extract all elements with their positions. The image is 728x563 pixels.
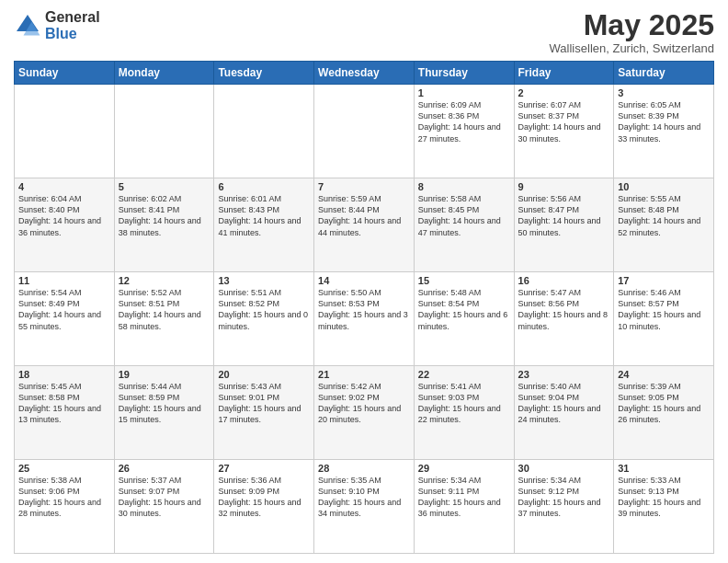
day-info: Sunrise: 5:48 AM Sunset: 8:54 PM Dayligh… [418, 287, 510, 332]
day-number: 7 [318, 181, 410, 192]
calendar-cell: 16Sunrise: 5:47 AM Sunset: 8:56 PM Dayli… [514, 272, 614, 366]
day-info: Sunrise: 6:05 AM Sunset: 8:39 PM Dayligh… [618, 99, 710, 144]
calendar-header: Sunday Monday Tuesday Wednesday Thursday… [15, 62, 714, 85]
day-number: 18 [18, 369, 110, 380]
day-number: 30 [518, 463, 610, 474]
day-number: 1 [418, 87, 510, 98]
logo: General Blue [14, 9, 100, 41]
day-number: 10 [618, 181, 710, 192]
calendar-cell: 8Sunrise: 5:58 AM Sunset: 8:45 PM Daylig… [414, 178, 514, 272]
day-info: Sunrise: 6:01 AM Sunset: 8:43 PM Dayligh… [218, 193, 310, 238]
day-number: 13 [218, 275, 310, 286]
day-info: Sunrise: 5:35 AM Sunset: 9:10 PM Dayligh… [318, 475, 410, 520]
col-tuesday: Tuesday [214, 62, 314, 85]
calendar-week-1: 1Sunrise: 6:09 AM Sunset: 8:36 PM Daylig… [15, 85, 714, 178]
calendar-cell [114, 85, 214, 178]
calendar-cell: 2Sunrise: 6:07 AM Sunset: 8:37 PM Daylig… [514, 85, 614, 178]
day-number: 24 [618, 369, 710, 380]
col-wednesday: Wednesday [314, 62, 415, 85]
day-info: Sunrise: 5:52 AM Sunset: 8:51 PM Dayligh… [119, 287, 210, 332]
day-info: Sunrise: 5:38 AM Sunset: 9:06 PM Dayligh… [18, 475, 110, 520]
day-number: 2 [518, 87, 610, 98]
day-number: 31 [618, 463, 710, 474]
calendar-cell: 12Sunrise: 5:52 AM Sunset: 8:51 PM Dayli… [114, 272, 214, 366]
calendar-cell: 5Sunrise: 6:02 AM Sunset: 8:41 PM Daylig… [114, 178, 214, 272]
day-number: 16 [518, 275, 610, 286]
calendar-week-5: 25Sunrise: 5:38 AM Sunset: 9:06 PM Dayli… [15, 460, 714, 554]
logo-text: General Blue [45, 9, 100, 41]
calendar-cell: 30Sunrise: 5:34 AM Sunset: 9:12 PM Dayli… [514, 460, 614, 554]
day-number: 26 [119, 463, 210, 474]
calendar-cell: 6Sunrise: 6:01 AM Sunset: 8:43 PM Daylig… [214, 178, 314, 272]
day-number: 22 [418, 369, 510, 380]
day-number: 29 [418, 463, 510, 474]
page: General Blue May 2025 Wallisellen, Zuric… [0, 0, 728, 563]
day-info: Sunrise: 5:36 AM Sunset: 9:09 PM Dayligh… [218, 475, 310, 520]
calendar-cell: 26Sunrise: 5:37 AM Sunset: 9:07 PM Dayli… [114, 460, 214, 554]
day-number: 14 [318, 275, 410, 286]
col-thursday: Thursday [414, 62, 514, 85]
day-info: Sunrise: 5:41 AM Sunset: 9:03 PM Dayligh… [418, 381, 510, 426]
day-number: 23 [518, 369, 610, 380]
day-number: 4 [18, 181, 110, 192]
day-info: Sunrise: 5:50 AM Sunset: 8:53 PM Dayligh… [318, 287, 410, 332]
day-number: 12 [119, 275, 210, 286]
day-info: Sunrise: 6:02 AM Sunset: 8:41 PM Dayligh… [119, 193, 210, 238]
calendar-cell: 4Sunrise: 6:04 AM Sunset: 8:40 PM Daylig… [15, 178, 115, 272]
title-block: May 2025 Wallisellen, Zurich, Switzerlan… [550, 9, 714, 55]
col-friday: Friday [514, 62, 614, 85]
calendar-cell: 27Sunrise: 5:36 AM Sunset: 9:09 PM Dayli… [214, 460, 314, 554]
calendar-cell: 22Sunrise: 5:41 AM Sunset: 9:03 PM Dayli… [414, 366, 514, 460]
day-number: 3 [618, 87, 710, 98]
day-number: 28 [318, 463, 410, 474]
calendar-cell: 11Sunrise: 5:54 AM Sunset: 8:49 PM Dayli… [15, 272, 115, 366]
calendar-cell: 19Sunrise: 5:44 AM Sunset: 8:59 PM Dayli… [114, 366, 214, 460]
logo-icon [14, 12, 41, 40]
calendar-cell: 29Sunrise: 5:34 AM Sunset: 9:11 PM Dayli… [414, 460, 514, 554]
calendar-cell: 25Sunrise: 5:38 AM Sunset: 9:06 PM Dayli… [15, 460, 115, 554]
calendar-cell: 13Sunrise: 5:51 AM Sunset: 8:52 PM Dayli… [214, 272, 314, 366]
calendar-week-4: 18Sunrise: 5:45 AM Sunset: 8:58 PM Dayli… [15, 366, 714, 460]
day-info: Sunrise: 6:09 AM Sunset: 8:36 PM Dayligh… [418, 99, 510, 144]
logo-general: General [45, 9, 100, 26]
day-info: Sunrise: 5:43 AM Sunset: 9:01 PM Dayligh… [218, 381, 310, 426]
calendar-cell: 7Sunrise: 5:59 AM Sunset: 8:44 PM Daylig… [314, 178, 415, 272]
day-info: Sunrise: 6:07 AM Sunset: 8:37 PM Dayligh… [518, 99, 610, 144]
day-info: Sunrise: 5:59 AM Sunset: 8:44 PM Dayligh… [318, 193, 410, 238]
day-number: 19 [119, 369, 210, 380]
calendar-cell [314, 85, 415, 178]
day-info: Sunrise: 5:51 AM Sunset: 8:52 PM Dayligh… [218, 287, 310, 332]
day-info: Sunrise: 5:47 AM Sunset: 8:56 PM Dayligh… [518, 287, 610, 332]
day-number: 15 [418, 275, 510, 286]
calendar-cell: 15Sunrise: 5:48 AM Sunset: 8:54 PM Dayli… [414, 272, 514, 366]
subtitle: Wallisellen, Zurich, Switzerland [550, 41, 714, 55]
header: General Blue May 2025 Wallisellen, Zuric… [14, 9, 714, 55]
day-number: 5 [119, 181, 210, 192]
day-info: Sunrise: 5:46 AM Sunset: 8:57 PM Dayligh… [618, 287, 710, 332]
col-saturday: Saturday [614, 62, 714, 85]
calendar-cell: 23Sunrise: 5:40 AM Sunset: 9:04 PM Dayli… [514, 366, 614, 460]
day-info: Sunrise: 5:44 AM Sunset: 8:59 PM Dayligh… [119, 381, 210, 426]
day-info: Sunrise: 5:42 AM Sunset: 9:02 PM Dayligh… [318, 381, 410, 426]
col-sunday: Sunday [15, 62, 115, 85]
calendar-cell: 9Sunrise: 5:56 AM Sunset: 8:47 PM Daylig… [514, 178, 614, 272]
day-info: Sunrise: 5:33 AM Sunset: 9:13 PM Dayligh… [618, 475, 710, 520]
calendar-cell: 21Sunrise: 5:42 AM Sunset: 9:02 PM Dayli… [314, 366, 415, 460]
day-info: Sunrise: 5:58 AM Sunset: 8:45 PM Dayligh… [418, 193, 510, 238]
calendar: Sunday Monday Tuesday Wednesday Thursday… [14, 61, 714, 554]
calendar-cell: 18Sunrise: 5:45 AM Sunset: 8:58 PM Dayli… [15, 366, 115, 460]
day-number: 11 [18, 275, 110, 286]
col-monday: Monday [114, 62, 214, 85]
calendar-cell: 3Sunrise: 6:05 AM Sunset: 8:39 PM Daylig… [614, 85, 714, 178]
header-row: Sunday Monday Tuesday Wednesday Thursday… [15, 62, 714, 85]
day-info: Sunrise: 5:54 AM Sunset: 8:49 PM Dayligh… [18, 287, 110, 332]
day-number: 27 [218, 463, 310, 474]
day-info: Sunrise: 5:55 AM Sunset: 8:48 PM Dayligh… [618, 193, 710, 238]
logo-blue: Blue [45, 26, 100, 42]
calendar-cell: 1Sunrise: 6:09 AM Sunset: 8:36 PM Daylig… [414, 85, 514, 178]
calendar-cell: 14Sunrise: 5:50 AM Sunset: 8:53 PM Dayli… [314, 272, 415, 366]
calendar-cell: 28Sunrise: 5:35 AM Sunset: 9:10 PM Dayli… [314, 460, 415, 554]
day-info: Sunrise: 5:37 AM Sunset: 9:07 PM Dayligh… [119, 475, 210, 520]
day-number: 17 [618, 275, 710, 286]
calendar-cell: 17Sunrise: 5:46 AM Sunset: 8:57 PM Dayli… [614, 272, 714, 366]
